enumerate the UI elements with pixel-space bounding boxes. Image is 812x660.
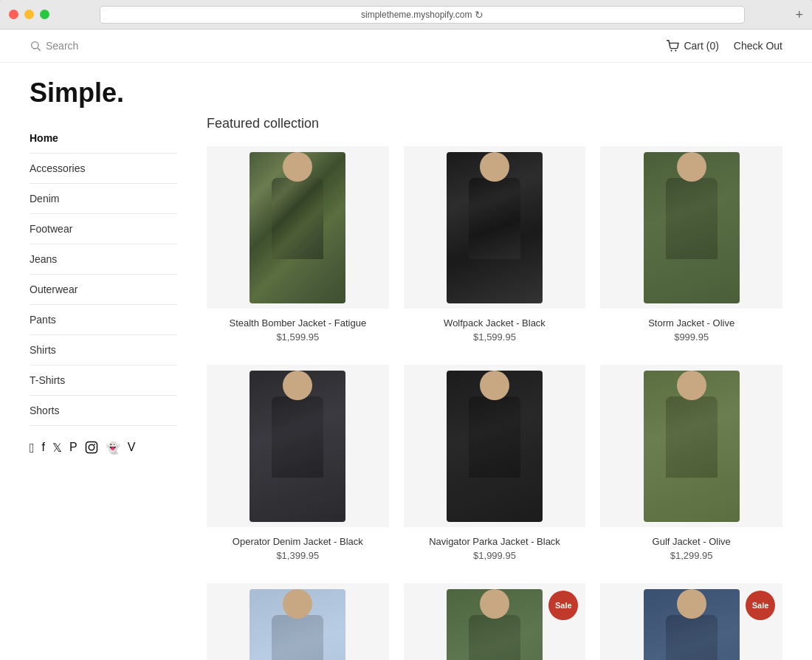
facebook-icon[interactable]: f [42, 441, 45, 458]
sidebar: Home Accessories Denim Footwear Jeans [30, 116, 177, 660]
pinterest-icon[interactable]: P [69, 441, 78, 458]
browser-window: simpletheme.myshopify.com ↻ + Search [0, 0, 812, 660]
product-image-7: Sale [404, 583, 586, 660]
product-name-1: Wolfpack Jacket - Black [444, 317, 546, 329]
facebook-icon[interactable]:  [30, 441, 35, 458]
product-card-0[interactable]: Stealth Bomber Jacket - Fatigue $1,599.9… [207, 146, 389, 343]
search-icon [30, 40, 41, 52]
sidebar-item-shorts[interactable]: Shorts [30, 396, 177, 426]
product-info-0: Stealth Bomber Jacket - Fatigue $1,599.9… [229, 309, 366, 343]
svg-point-0 [32, 42, 38, 49]
product-figure-2 [644, 152, 740, 303]
logo-text[interactable]: Simple. [30, 78, 782, 109]
sidebar-link-shorts[interactable]: Shorts [30, 396, 177, 425]
product-info-2: Storm Jacket - Olive $999.95 [648, 309, 734, 343]
cart-label: Cart (0) [684, 40, 718, 52]
products-grid: Stealth Bomber Jacket - Fatigue $1,599.9… [207, 146, 782, 660]
sidebar-item-denim[interactable]: Denim [30, 184, 177, 214]
close-button[interactable] [9, 10, 18, 19]
site-logo: Simple. [0, 63, 812, 116]
products-area: Featured collection Stealth Bomber Jacke… [177, 116, 782, 660]
product-name-3: Operator Denim Jacket - Black [233, 536, 363, 547]
sidebar-item-home[interactable]: Home [30, 123, 177, 154]
product-price-3: $1,399.95 [233, 550, 363, 561]
sidebar-item-jeans[interactable]: Jeans [30, 244, 177, 275]
product-figure-4 [447, 371, 543, 522]
svg-rect-4 [86, 442, 97, 453]
product-price-1: $1,599.95 [444, 331, 546, 343]
checkout-link[interactable]: Check Out [734, 40, 782, 52]
product-price-4: $1,999.95 [429, 550, 560, 561]
sidebar-item-footwear[interactable]: Footwear [30, 214, 177, 244]
url-text: simpletheme.myshopify.com [361, 10, 472, 20]
social-icons:  f 𝕏 P 👻 V [30, 441, 177, 458]
snapchat-icon[interactable]: 👻 [106, 441, 120, 458]
sidebar-item-pants[interactable]: Pants [30, 305, 177, 335]
instagram-icon[interactable] [85, 441, 98, 458]
product-figure-1 [447, 152, 543, 303]
svg-point-2 [671, 49, 672, 51]
sidebar-item-tshirts[interactable]: T-Shirts [30, 365, 177, 396]
product-card-2[interactable]: Storm Jacket - Olive $999.95 [600, 146, 782, 343]
product-name-4: Navigator Parka Jacket - Black [429, 536, 560, 547]
product-figure-3 [250, 371, 345, 522]
cart-icon [666, 40, 679, 52]
product-image-2 [600, 146, 782, 309]
product-name-0: Stealth Bomber Jacket - Fatigue [229, 317, 366, 329]
product-info-4: Navigator Parka Jacket - Black $1,999.95 [429, 527, 560, 561]
sidebar-link-accessories[interactable]: Accessories [30, 154, 177, 183]
product-price-2: $999.95 [648, 331, 734, 343]
product-figure-7 [447, 589, 543, 661]
browser-titlebar: simpletheme.myshopify.com ↻ + [0, 0, 812, 30]
product-name-5: Gulf Jacket - Olive [653, 536, 731, 547]
maximize-button[interactable] [40, 10, 49, 19]
sidebar-link-footwear[interactable]: Footwear [30, 214, 177, 244]
svg-point-3 [675, 49, 677, 51]
search-area[interactable]: Search [30, 40, 78, 52]
product-price-5: $1,299.95 [653, 550, 731, 561]
svg-line-1 [38, 48, 41, 51]
product-card-1[interactable]: Wolfpack Jacket - Black $1,599.95 [404, 146, 586, 343]
url-bar[interactable]: simpletheme.myshopify.com ↻ [100, 6, 745, 24]
sidebar-item-accessories[interactable]: Accessories [30, 154, 177, 184]
sidebar-link-denim[interactable]: Denim [30, 184, 177, 213]
minimize-button[interactable] [24, 10, 34, 19]
cart-area[interactable]: Cart (0) [666, 40, 718, 52]
top-nav: Search Cart (0) Check Out [0, 30, 812, 63]
sidebar-link-shirts[interactable]: Shirts [30, 335, 177, 365]
vimeo-icon[interactable]: V [128, 441, 136, 458]
product-info-1: Wolfpack Jacket - Black $1,599.95 [444, 309, 546, 343]
product-name-2: Storm Jacket - Olive [648, 317, 734, 329]
sidebar-link-home[interactable]: Home [30, 123, 177, 153]
svg-point-6 [94, 444, 95, 445]
product-figure-6 [250, 589, 345, 661]
product-image-4 [404, 365, 586, 527]
product-card-4[interactable]: Navigator Parka Jacket - Black $1,999.95 [404, 365, 586, 561]
product-figure-0 [250, 152, 345, 303]
product-figure-5 [644, 371, 740, 522]
sidebar-link-jeans[interactable]: Jeans [30, 244, 177, 274]
sale-badge-8: Sale [746, 591, 775, 620]
product-card-6[interactable]: Light Jacket $899.95 [207, 583, 389, 660]
collection-title: Featured collection [207, 116, 782, 131]
product-card-8[interactable]: Sale [600, 583, 782, 660]
product-figure-8 [644, 589, 740, 661]
product-card-3[interactable]: Operator Denim Jacket - Black $1,399.95 [207, 365, 389, 561]
site-content: Search Cart (0) Check Out Simple. [0, 30, 812, 660]
twitter-icon[interactable]: 𝕏 [52, 441, 62, 458]
sidebar-link-tshirts[interactable]: T-Shirts [30, 365, 177, 395]
product-card-5[interactable]: Gulf Jacket - Olive $1,299.95 [600, 365, 782, 561]
product-image-3 [207, 365, 389, 527]
product-card-7[interactable]: Sale [404, 583, 586, 660]
product-image-6 [207, 583, 389, 660]
sidebar-item-shirts[interactable]: Shirts [30, 335, 177, 365]
product-image-8: Sale [600, 583, 782, 660]
new-tab-button[interactable]: + [795, 8, 803, 21]
product-price-0: $1,599.95 [229, 331, 366, 343]
sidebar-link-outerwear[interactable]: Outerwear [30, 275, 177, 304]
product-image-0 [207, 146, 389, 309]
main-layout: Home Accessories Denim Footwear Jeans [0, 116, 812, 660]
sidebar-item-outerwear[interactable]: Outerwear [30, 275, 177, 305]
sidebar-link-pants[interactable]: Pants [30, 305, 177, 334]
refresh-icon[interactable]: ↻ [475, 9, 484, 21]
